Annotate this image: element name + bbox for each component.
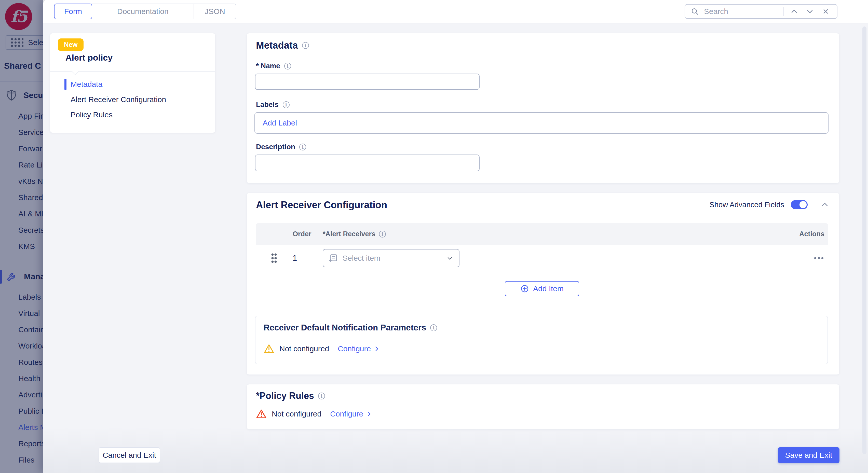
name-label-row: * Name — [256, 62, 291, 70]
wizard-steps: Metadata Alert Receiver Configuration Po… — [50, 76, 215, 122]
screen: f5 Select Shared C Securi App Fir — [0, 0, 868, 473]
metadata-heading: Metadata — [256, 40, 298, 51]
search-next-icon[interactable] — [804, 8, 815, 15]
policy-rules-heading-row: *Policy Rules — [256, 390, 325, 401]
policy-rules-card: *Policy Rules Not configured Configure — [247, 384, 839, 430]
step-policy-rules[interactable]: Policy Rules — [50, 107, 215, 122]
info-icon[interactable] — [302, 42, 309, 49]
info-icon[interactable] — [299, 144, 306, 151]
tab-documentation[interactable]: Documentation — [92, 4, 193, 19]
search-box — [685, 4, 837, 19]
chevron-right-icon — [373, 345, 380, 352]
receivers-table: Order *Alert Receivers Actions — [256, 223, 828, 305]
info-icon[interactable] — [379, 231, 386, 238]
chevron-right-icon — [366, 411, 372, 417]
policy-rules-configure-link[interactable]: Configure — [330, 410, 372, 418]
search-prev-icon[interactable] — [788, 8, 800, 15]
warning-icon — [264, 344, 274, 354]
metadata-card: Metadata * Name Labels Add Label Descrip… — [247, 33, 839, 183]
add-item-button[interactable]: Add Item — [505, 281, 579, 296]
receiver-defaults-configure-link[interactable]: Configure — [338, 344, 380, 353]
footer-fade — [43, 427, 868, 473]
labels-box: Add Label — [254, 112, 829, 134]
row-actions-menu-icon[interactable] — [813, 256, 825, 260]
row-order-number: 1 — [292, 254, 297, 262]
section-collapse-icon[interactable] — [820, 200, 829, 209]
receiver-defaults-status-row: Not configured Configure — [264, 344, 380, 354]
alert-policy-slideover: Form Documentation JSON — [43, 0, 868, 473]
receiver-defaults-heading-row: Receiver Default Notification Parameters — [264, 323, 437, 333]
receiver-defaults-status: Not configured — [279, 344, 329, 353]
labels-label: Labels — [256, 100, 279, 109]
wizard-title: Alert policy — [65, 53, 113, 63]
slideover-content: New Alert policy Metadata Alert Receiver… — [43, 24, 868, 473]
show-advanced-label: Show Advanced Fields — [710, 200, 784, 209]
table-row: 1 Select item — [256, 245, 828, 272]
labels-label-row: Labels — [256, 100, 289, 109]
chevron-down-icon — [446, 255, 453, 262]
step-alert-receiver-configuration[interactable]: Alert Receiver Configuration — [50, 92, 215, 107]
configure-label: Configure — [330, 410, 363, 418]
tab-json[interactable]: JSON — [193, 4, 236, 19]
info-icon[interactable] — [283, 101, 289, 108]
configure-label: Configure — [338, 344, 371, 353]
modal-scrim[interactable] — [0, 0, 43, 473]
add-item-label: Add Item — [533, 284, 564, 293]
slideover-topbar: Form Documentation JSON — [43, 0, 868, 24]
show-advanced-toggle[interactable] — [791, 200, 808, 209]
name-label: * Name — [256, 62, 280, 70]
wizard-nav-card: New Alert policy Metadata Alert Receiver… — [50, 33, 215, 133]
name-input[interactable] — [255, 73, 479, 90]
tab-form[interactable]: Form — [54, 4, 92, 19]
scrollbar-thumb[interactable] — [862, 27, 866, 454]
alert-receiver-select[interactable]: Select item — [323, 249, 460, 267]
toggle-knob — [800, 201, 807, 208]
drag-handle-icon[interactable] — [270, 252, 278, 264]
description-label: Description — [256, 143, 295, 151]
wizard-divider-notch — [71, 67, 79, 75]
order-column-header: Order — [289, 230, 323, 238]
info-icon[interactable] — [284, 63, 291, 69]
receivers-table-header: Order *Alert Receivers Actions — [256, 223, 828, 245]
description-label-row: Description — [256, 143, 306, 151]
metadata-heading-row: Metadata — [256, 40, 309, 51]
info-icon[interactable] — [430, 324, 437, 331]
policy-rules-heading: *Policy Rules — [256, 390, 314, 401]
search-close-icon[interactable] — [820, 8, 831, 15]
plus-circle-icon — [520, 284, 529, 293]
search-input[interactable] — [704, 7, 779, 16]
receiver-defaults-box: Receiver Default Notification Parameters… — [255, 316, 828, 364]
receivers-column-label: *Alert Receivers — [323, 230, 375, 238]
error-icon — [256, 409, 267, 419]
receiver-defaults-heading: Receiver Default Notification Parameters — [264, 323, 426, 333]
search-icon — [691, 7, 699, 15]
select-placeholder: Select item — [343, 254, 442, 262]
advanced-fields-control: Show Advanced Fields — [710, 200, 829, 209]
policy-rules-status: Not configured — [272, 410, 321, 418]
alert-receiver-heading: Alert Receiver Configuration — [256, 199, 387, 211]
cancel-and-exit-button[interactable]: Cancel and Exit — [99, 447, 160, 463]
description-input[interactable] — [255, 155, 479, 171]
policy-rules-status-row: Not configured Configure — [256, 409, 372, 419]
add-item-area: Add Item — [256, 272, 828, 305]
actions-column-header: Actions — [787, 230, 828, 238]
step-metadata[interactable]: Metadata — [50, 76, 215, 92]
info-icon[interactable] — [318, 392, 325, 400]
view-tabs: Form Documentation JSON — [54, 4, 236, 19]
receivers-column-header: *Alert Receivers — [323, 230, 787, 238]
select-object-icon — [329, 254, 338, 263]
search-divider — [783, 7, 784, 16]
save-and-exit-button[interactable]: Save and Exit — [778, 447, 839, 463]
new-badge: New — [58, 38, 84, 51]
add-label-button[interactable]: Add Label — [262, 119, 297, 127]
alert-receiver-card: Alert Receiver Configuration Show Advanc… — [247, 193, 839, 375]
